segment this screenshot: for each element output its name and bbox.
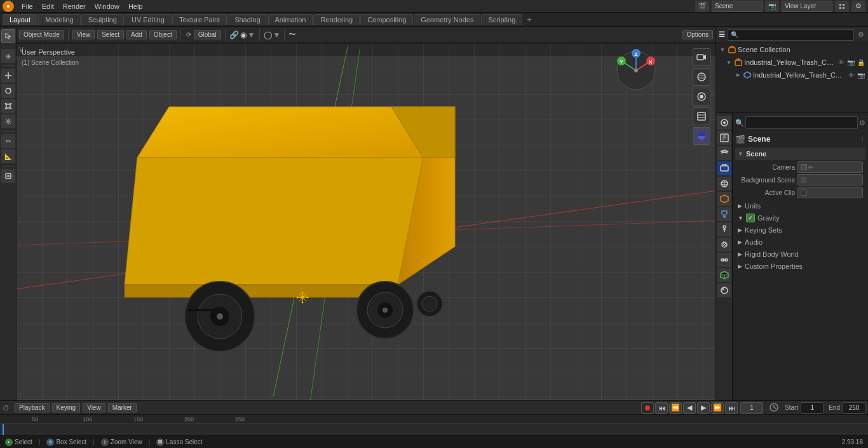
tab-sculpting[interactable]: Sculpting	[81, 14, 124, 25]
overlay-gizmo-btn[interactable]	[693, 107, 710, 125]
menu-window[interactable]: Window	[91, 2, 123, 11]
view-layer-icon[interactable]: 📷	[765, 1, 779, 12]
item-visibility-btn[interactable]: 👁	[837, 59, 845, 66]
cursor-tool[interactable]: ⊕	[1, 49, 15, 63]
scale-tool[interactable]	[1, 99, 15, 113]
current-frame-display[interactable]: 1	[740, 402, 763, 414]
scene-section-header[interactable]: ▼ Scene	[735, 147, 865, 160]
record-btn[interactable]	[641, 402, 654, 414]
transform-selector[interactable]: Global	[194, 30, 221, 39]
outliner-search[interactable]	[728, 29, 854, 41]
scene-icon-btn[interactable]: 🎬	[695, 1, 709, 12]
graph-icon[interactable]: 〜	[288, 29, 296, 40]
keying-menu[interactable]: Keying	[52, 403, 81, 412]
object-menu[interactable]: Object	[149, 30, 177, 39]
add-tool[interactable]	[1, 169, 15, 183]
constraints-props-btn[interactable]	[717, 253, 731, 267]
annotate-tool[interactable]: ✏	[1, 134, 15, 148]
timeline-body[interactable]: 50 100 150 200 250	[0, 415, 868, 435]
select-menu[interactable]: Select	[97, 30, 124, 39]
play-btn[interactable]: ▶	[697, 402, 710, 414]
gravity-checkbox[interactable]: ✓	[746, 214, 755, 222]
tab-uv-editing[interactable]: UV Editing	[125, 14, 172, 25]
proportional-toggle[interactable]: ◯	[264, 31, 272, 39]
select-tool[interactable]	[1, 29, 15, 43]
bg-scene-value[interactable]	[797, 174, 863, 186]
snap-toggle[interactable]: 🔗	[229, 31, 239, 39]
camera-value[interactable]: ✏	[797, 161, 863, 173]
play-reverse-btn[interactable]: ◀	[683, 402, 696, 414]
gravity-header[interactable]: ▼ ✓ Gravity	[735, 212, 865, 224]
add-tab-btn[interactable]: +	[523, 13, 536, 25]
options-menu[interactable]: Options	[682, 30, 713, 39]
tab-layout[interactable]: Layout	[3, 14, 37, 25]
marker-menu[interactable]: Marker	[108, 403, 137, 412]
filter-btn[interactable]: ⚙	[851, 1, 865, 12]
rigid-body-header[interactable]: ▶ Rigid Body World	[735, 248, 865, 260]
camera-edit-btn[interactable]: ✏	[808, 164, 813, 171]
orbit-gizmo-btn[interactable]	[693, 68, 710, 86]
view-layer-selector[interactable]: View Layer	[782, 1, 832, 12]
tab-modeling[interactable]: Modeling	[38, 14, 81, 25]
tab-animation[interactable]: Animation	[268, 14, 313, 25]
physics-props-btn[interactable]	[717, 238, 731, 252]
object-props-btn[interactable]	[717, 192, 731, 206]
keying-sets-header[interactable]: ▶ Keying Sets	[735, 224, 865, 236]
end-frame-value[interactable]: 250	[843, 402, 865, 414]
tab-compositing[interactable]: Compositing	[360, 14, 413, 25]
playback-menu[interactable]: Playback	[15, 403, 50, 412]
menu-help[interactable]: Help	[125, 2, 147, 11]
tab-geometry-nodes[interactable]: Geometry Nodes	[414, 14, 480, 25]
tab-scripting[interactable]: Scripting	[481, 14, 522, 25]
camera-gizmo-btn[interactable]	[693, 48, 710, 66]
prop-search-input[interactable]	[745, 116, 858, 129]
active-clip-value[interactable]	[797, 187, 863, 198]
scene-selector[interactable]: Scene	[712, 1, 763, 12]
trash-cart-collection-row[interactable]: ▼ Industrial_Yellow_Trash_Cart... 👁 📷 🔒	[716, 56, 868, 69]
item-lock-btn[interactable]: 🔒	[857, 59, 865, 66]
scene-props-btn[interactable]	[717, 161, 731, 175]
audio-header[interactable]: ▶ Audio	[735, 236, 865, 248]
navigation-gizmo[interactable]: X Y Z	[614, 48, 658, 93]
shading-gizmo-btn[interactable]	[693, 127, 710, 145]
trash-cart-mesh-row[interactable]: ▶ Industrial_Yellow_Trash_C... 👁 📷	[716, 69, 868, 81]
modifier-props-btn[interactable]	[717, 207, 731, 221]
mesh-visibility-btn[interactable]: 👁	[848, 72, 855, 79]
tab-shading[interactable]: Shading	[227, 14, 267, 25]
3d-viewport[interactable]: User Perspective (1) Scene Collection X …	[17, 43, 715, 400]
world-props-btn[interactable]	[717, 177, 731, 191]
prop-filter-icon[interactable]: ⚙	[859, 119, 865, 127]
output-props-btn[interactable]	[717, 131, 731, 145]
material-props-btn[interactable]	[717, 283, 731, 297]
units-header[interactable]: ▶ Units	[735, 200, 865, 212]
particles-props-btn[interactable]	[717, 222, 731, 236]
tab-texture-paint[interactable]: Texture Paint	[172, 14, 227, 25]
scene-menu-btn[interactable]: ⋮	[859, 136, 865, 143]
proportional-options[interactable]: ▼	[273, 31, 281, 39]
transform-tool[interactable]	[1, 114, 15, 128]
start-frame-value[interactable]: 1	[801, 402, 824, 414]
jump-end-btn[interactable]: ⏭	[725, 402, 738, 414]
menu-file[interactable]: File	[18, 2, 37, 11]
render-props-btn[interactable]	[717, 116, 731, 130]
data-props-btn[interactable]	[717, 268, 731, 282]
rotate-tool[interactable]	[1, 84, 15, 98]
measure-tool[interactable]: 📐	[1, 149, 15, 163]
menu-render[interactable]: Render	[59, 2, 90, 11]
step-forward-btn[interactable]: ⏩	[711, 402, 724, 414]
jump-start-btn[interactable]: ⏮	[655, 402, 668, 414]
expand-btn[interactable]	[835, 1, 849, 12]
snap-type[interactable]: ◉	[240, 31, 247, 39]
snap-options[interactable]: ▼	[248, 31, 255, 39]
timeline-view-menu[interactable]: View	[83, 403, 105, 412]
view-menu[interactable]: View	[72, 30, 95, 39]
render-gizmo-btn[interactable]	[693, 88, 710, 105]
add-menu[interactable]: Add	[126, 30, 147, 39]
outliner-filter-btn[interactable]: ⚙	[857, 31, 865, 39]
mode-selector[interactable]: Object Mode	[19, 30, 64, 39]
step-back-btn[interactable]: ⏪	[669, 402, 682, 414]
item-render-btn[interactable]: 📷	[846, 59, 855, 66]
custom-props-header[interactable]: ▶ Custom Properties	[735, 261, 865, 272]
menu-edit[interactable]: Edit	[38, 2, 58, 11]
scene-collection-row[interactable]: ▼ Scene Collection	[716, 43, 868, 56]
